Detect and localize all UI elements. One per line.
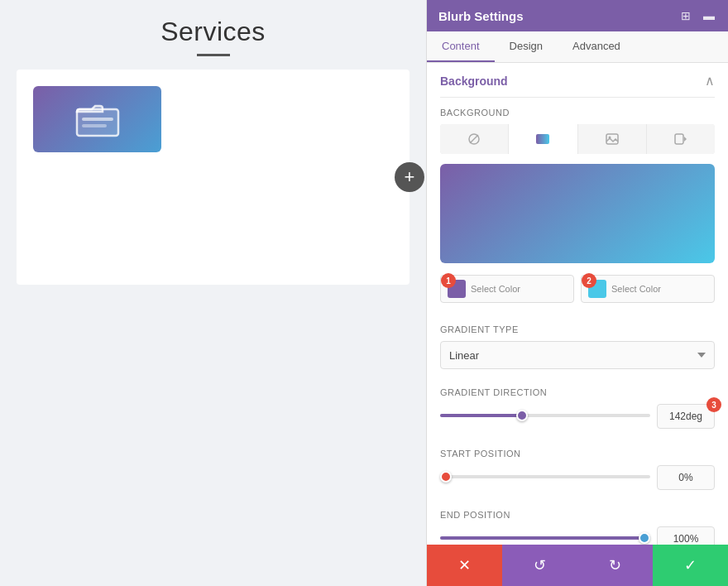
folder-icon — [75, 101, 120, 137]
svg-rect-0 — [77, 109, 118, 136]
color-select-label-1: Select Color — [471, 284, 520, 294]
left-panel: Services + — [0, 0, 426, 586]
fullscreen-icon[interactable]: ⊞ — [678, 8, 693, 23]
gradient-preview — [440, 164, 715, 263]
no-color-icon — [467, 132, 481, 146]
color-select-label-2: Select Color — [611, 284, 661, 294]
section-collapse-icon[interactable]: ∧ — [705, 73, 715, 89]
collapse-icon[interactable]: ▬ — [702, 8, 716, 23]
color-selector-1[interactable]: 1 Select Color — [440, 275, 574, 303]
tab-design[interactable]: Design — [495, 31, 558, 62]
bg-type-none[interactable] — [440, 124, 508, 154]
start-position-slider-row: 0% — [440, 465, 715, 490]
gradient-direction-thumb[interactable] — [516, 410, 528, 421]
gradient-direction-fill — [440, 414, 522, 417]
svg-line-4 — [470, 135, 478, 143]
svg-rect-8 — [675, 134, 683, 144]
bg-type-video[interactable] — [647, 124, 715, 154]
page-title-area: Services — [17, 17, 410, 56]
cancel-button[interactable]: ✕ — [427, 545, 502, 586]
bottom-action-bar: ✕ ↺ ↻ ✓ — [427, 545, 728, 586]
svg-rect-2 — [82, 124, 107, 127]
gradient-direction-label: Gradient Direction — [427, 377, 728, 404]
gradient-direction-value[interactable]: 142deg 3 — [657, 404, 715, 429]
bg-type-gradient[interactable] — [509, 124, 577, 154]
color-selector-2[interactable]: 2 Select Color — [581, 275, 715, 303]
color-number-2: 2 — [582, 273, 596, 288]
end-position-thumb[interactable] — [639, 532, 650, 544]
add-module-button[interactable]: + — [395, 162, 424, 192]
color-swatch-2: 2 — [588, 280, 606, 298]
bg-type-image[interactable] — [578, 124, 646, 154]
gradient-type-label: Gradient Type — [427, 315, 728, 341]
end-position-label: End Position — [427, 500, 728, 526]
panel-content: Background ∧ Background — [427, 63, 728, 586]
badge-3: 3 — [706, 397, 721, 412]
image-icon — [606, 133, 619, 145]
undo-button[interactable]: ↺ — [502, 545, 577, 586]
svg-rect-1 — [82, 118, 113, 121]
start-position-value[interactable]: 0% — [657, 465, 715, 490]
content-card: + — [17, 70, 410, 285]
redo-button[interactable]: ↻ — [577, 545, 653, 586]
svg-rect-5 — [536, 134, 549, 144]
panel-tabs: Content Design Advanced — [427, 31, 728, 63]
svg-marker-9 — [684, 137, 687, 142]
bg-type-buttons — [440, 124, 715, 154]
panel-header: Blurb Settings ⊞ ▬ — [427, 0, 728, 31]
end-position-fill — [440, 536, 650, 540]
gradient-direction-slider-row: 142deg 3 — [440, 404, 715, 429]
tab-advanced[interactable]: Advanced — [558, 31, 635, 62]
right-panel: Blurb Settings ⊞ ▬ Content Design Advanc… — [426, 0, 728, 586]
background-field-label: Background — [427, 98, 728, 124]
background-section-title: Background — [440, 74, 508, 88]
color-number-1: 1 — [441, 273, 456, 288]
gradient-type-select[interactable]: Linear — [440, 341, 715, 369]
gradient-direction-slider-container: 142deg 3 — [440, 404, 715, 429]
tab-content[interactable]: Content — [427, 31, 495, 62]
header-icons: ⊞ ▬ — [678, 8, 716, 23]
gradient-direction-track-bg — [440, 414, 650, 417]
end-position-track[interactable] — [440, 536, 650, 541]
end-position-track-bg — [440, 536, 650, 540]
save-button[interactable]: ✓ — [653, 545, 728, 586]
panel-title: Blurb Settings — [438, 9, 524, 23]
gradient-direction-track[interactable] — [440, 414, 650, 419]
section-header-background: Background ∧ — [427, 63, 728, 97]
start-position-label: Start Position — [427, 439, 728, 465]
title-underline — [197, 54, 230, 56]
color-swatch-1: 1 — [448, 280, 466, 298]
start-position-thumb[interactable] — [440, 471, 452, 483]
page-title: Services — [17, 17, 410, 47]
blurb-image — [33, 86, 161, 152]
start-position-track-bg — [440, 475, 650, 478]
start-position-slider-container: 0% — [440, 465, 715, 490]
color-selectors-row: 1 Select Color 2 Select Color — [440, 275, 715, 303]
start-position-track[interactable] — [440, 475, 650, 480]
video-icon — [674, 133, 687, 145]
gradient-icon — [536, 134, 549, 144]
